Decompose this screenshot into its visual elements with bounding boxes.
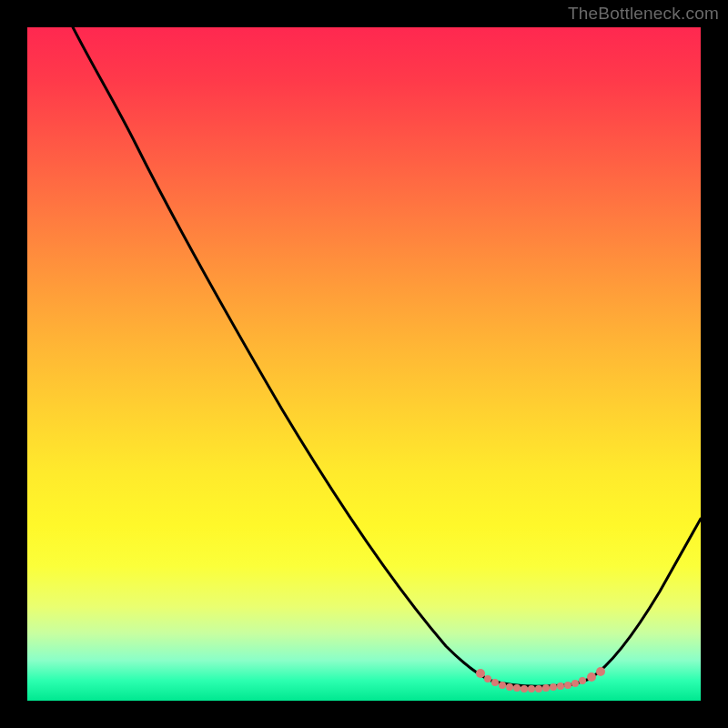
svg-point-16 — [596, 667, 605, 676]
svg-point-7 — [528, 685, 535, 693]
svg-point-0 — [476, 669, 485, 678]
svg-point-12 — [564, 682, 571, 689]
highlight-minimum-dots — [476, 667, 605, 693]
svg-point-6 — [521, 685, 528, 693]
chart-plot-area — [27, 27, 701, 701]
bottleneck-curve-path — [68, 27, 701, 686]
watermark-text: TheBottleneck.com — [568, 4, 719, 24]
svg-point-11 — [557, 682, 564, 690]
svg-point-9 — [542, 684, 550, 692]
svg-point-4 — [506, 683, 513, 691]
svg-point-13 — [571, 680, 579, 687]
svg-point-10 — [550, 683, 557, 691]
svg-point-15 — [587, 672, 596, 682]
svg-point-5 — [513, 684, 521, 692]
svg-point-3 — [499, 682, 506, 689]
bottleneck-curve-svg — [27, 27, 701, 701]
svg-point-14 — [579, 677, 586, 684]
svg-point-1 — [484, 675, 491, 682]
svg-point-2 — [491, 679, 499, 686]
svg-point-8 — [535, 685, 542, 693]
